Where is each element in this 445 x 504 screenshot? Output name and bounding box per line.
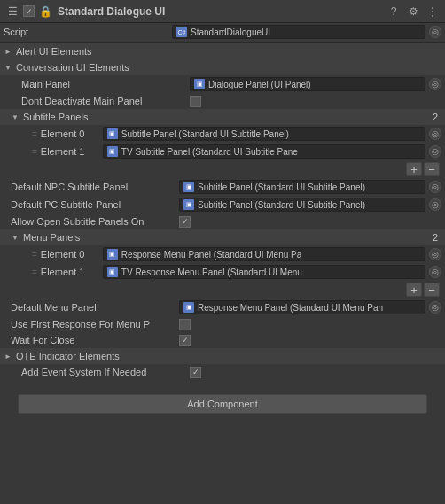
default-menu-label: Default Menu Panel: [11, 302, 179, 313]
menu-panels-header[interactable]: Menu Panels 2: [0, 229, 445, 245]
dont-deactivate-row: Dont Deactivate Main Panel: [0, 93, 445, 109]
conversation-triangle[interactable]: [4, 63, 12, 72]
menu-count: 2: [433, 232, 441, 243]
allow-open-label: Allow Open Subtitle Panels On: [11, 216, 179, 227]
menu-element-1-label: Element 1: [41, 267, 103, 277]
qte-triangle[interactable]: [4, 352, 12, 361]
subtitle-plus-minus: + −: [0, 160, 445, 178]
subtitle-count: 2: [433, 112, 441, 122]
menu-element-0-picker[interactable]: ◎: [429, 248, 441, 260]
subtitle-element-1-picker[interactable]: ◎: [429, 145, 441, 158]
main-panel-label: Main Panel: [21, 79, 190, 89]
add-component-button[interactable]: Add Component: [18, 394, 427, 414]
default-npc-icon: ▣: [183, 182, 194, 192]
allow-open-checkbox[interactable]: [179, 216, 191, 228]
settings-icon[interactable]: ⚙: [406, 4, 420, 19]
inspector-header: ☰ 🔒 Standard Dialogue UI ? ⚙ ⋮: [0, 0, 445, 23]
script-text: StandardDialogueUI: [191, 27, 270, 37]
default-npc-picker[interactable]: ◎: [429, 181, 441, 193]
script-field[interactable]: C# StandardDialogueUI: [172, 25, 425, 39]
add-event-row: Add Event System If Needed: [0, 364, 445, 380]
default-pc-text: Subtitle Panel (Standard UI Subtitle Pan…: [198, 200, 365, 210]
add-event-checkbox[interactable]: [190, 367, 201, 378]
default-menu-field[interactable]: ▣ Response Menu Panel (Standard UI Menu …: [179, 300, 425, 314]
menu-element-1-row: = Element 1 ▣ TV Response Menu Panel (St…: [0, 263, 445, 281]
menu-element-1-icon: ▣: [107, 267, 118, 277]
script-icon: C#: [176, 27, 187, 37]
default-npc-value-area: ▣ Subtitle Panel (Standard UI Subtitle P…: [179, 180, 441, 194]
help-icon[interactable]: ?: [386, 4, 401, 19]
subtitle-element-1-field[interactable]: ▣ TV Subtitle Panel (Standard UI Subtitl…: [103, 144, 425, 159]
subtitle-triangle[interactable]: [11, 112, 20, 121]
default-menu-row: Default Menu Panel ▣ Response Menu Panel…: [0, 299, 445, 316]
menu-element-0-value: ▣ Response Menu Panel (Standard UI Menu …: [103, 247, 441, 261]
default-pc-icon: ▣: [183, 199, 194, 210]
script-picker[interactable]: ◎: [429, 26, 441, 38]
default-pc-row: Default PC Subtitle Panel ▣ Subtitle Pan…: [0, 196, 445, 213]
drag-handle-0[interactable]: =: [32, 129, 37, 139]
default-npc-row: Default NPC Subtitle Panel ▣ Subtitle Pa…: [0, 178, 445, 196]
dont-deactivate-checkbox[interactable]: [190, 96, 201, 107]
subtitle-element-0-row: = Element 0 ▣ Subtitle Panel (Standard U…: [0, 125, 445, 143]
menu-element-1-value: ▣ TV Response Menu Panel (Standard UI Me…: [103, 265, 441, 279]
subtitle-element-1-text: TV Subtitle Panel (Standard UI Subtitle …: [121, 147, 298, 157]
alert-triangle[interactable]: [4, 47, 12, 56]
menu-drag-0[interactable]: =: [32, 250, 37, 260]
alert-label: Alert UI Elements: [16, 46, 105, 57]
add-component-container: Add Component: [0, 380, 445, 428]
allow-open-value-area: [179, 216, 441, 228]
menu-element-1-field[interactable]: ▣ TV Response Menu Panel (Standard UI Me…: [103, 265, 425, 279]
add-event-label: Add Event System If Needed: [21, 367, 190, 377]
default-menu-picker[interactable]: ◎: [429, 301, 441, 314]
menu-element-1-picker[interactable]: ◎: [429, 266, 441, 278]
lock-icon[interactable]: 🔒: [38, 4, 52, 19]
menu-triangle[interactable]: [11, 233, 20, 242]
subtitle-panels-header[interactable]: Subtitle Panels 2: [0, 109, 445, 125]
menu-element-0-label: Element 0: [41, 249, 103, 260]
dont-deactivate-value-area: [190, 96, 441, 107]
menu-element-0-text: Response Menu Panel (Standard UI Menu Pa: [121, 250, 301, 260]
main-panel-picker[interactable]: ◎: [429, 78, 441, 90]
subtitle-element-0-icon: ▣: [107, 128, 118, 139]
default-npc-field[interactable]: ▣ Subtitle Panel (Standard UI Subtitle P…: [179, 180, 425, 194]
header-title: Standard Dialogue UI: [58, 5, 386, 18]
subtitle-element-1-icon: ▣: [107, 146, 118, 157]
use-first-response-row: Use First Response For Menu P: [0, 316, 445, 332]
default-pc-label: Default PC Subtitle Panel: [11, 199, 179, 210]
overflow-icon[interactable]: ⋮: [425, 4, 440, 19]
subtitle-add-btn[interactable]: +: [406, 162, 422, 176]
qte-section-header[interactable]: QTE Indicator Elements: [0, 348, 445, 364]
default-pc-value-area: ▣ Subtitle Panel (Standard UI Subtitle P…: [179, 198, 441, 212]
script-value-area: C# StandardDialogueUI ◎: [172, 25, 441, 39]
alert-section-header[interactable]: Alert UI Elements: [0, 43, 445, 59]
use-first-response-checkbox[interactable]: [179, 319, 191, 330]
menu-remove-btn[interactable]: −: [424, 283, 440, 297]
default-pc-picker[interactable]: ◎: [429, 198, 441, 211]
default-menu-text: Response Menu Panel (Standard UI Menu Pa…: [198, 303, 383, 313]
drag-handle-1[interactable]: =: [32, 147, 37, 157]
header-icons: ☰ 🔒: [5, 4, 52, 19]
wait-for-close-label: Wait For Close: [11, 335, 179, 345]
default-pc-field[interactable]: ▣ Subtitle Panel (Standard UI Subtitle P…: [179, 198, 425, 212]
default-npc-label: Default NPC Subtitle Panel: [11, 182, 179, 192]
main-panel-value-area: ▣ Dialogue Panel (UI Panel) ◎: [190, 77, 441, 91]
collapse-icon[interactable]: ☰: [5, 4, 20, 19]
menu-element-0-field[interactable]: ▣ Response Menu Panel (Standard UI Menu …: [103, 247, 425, 261]
subtitle-element-0-picker[interactable]: ◎: [429, 128, 441, 140]
subtitle-element-1-value: ▣ TV Subtitle Panel (Standard UI Subtitl…: [103, 144, 441, 159]
conversation-label: Conversation UI Elements: [16, 62, 129, 73]
main-panel-icon: ▣: [194, 79, 205, 89]
conversation-section-header[interactable]: Conversation UI Elements: [0, 59, 445, 75]
subtitle-element-0-value: ▣ Subtitle Panel (Standard UI Subtitle P…: [103, 127, 441, 141]
wait-for-close-checkbox[interactable]: [179, 335, 191, 346]
default-npc-text: Subtitle Panel (Standard UI Subtitle Pan…: [198, 182, 365, 192]
main-panel-field[interactable]: ▣ Dialogue Panel (UI Panel): [190, 77, 425, 91]
menu-panels-label: Menu Panels: [23, 232, 433, 243]
menu-add-btn[interactable]: +: [406, 283, 422, 297]
menu-drag-1[interactable]: =: [32, 268, 37, 277]
menu-element-0-icon: ▣: [107, 249, 118, 260]
wait-for-close-value: [179, 335, 441, 346]
active-checkbox[interactable]: [23, 5, 35, 17]
subtitle-element-0-field[interactable]: ▣ Subtitle Panel (Standard UI Subtitle P…: [103, 127, 425, 141]
subtitle-remove-btn[interactable]: −: [424, 162, 440, 176]
